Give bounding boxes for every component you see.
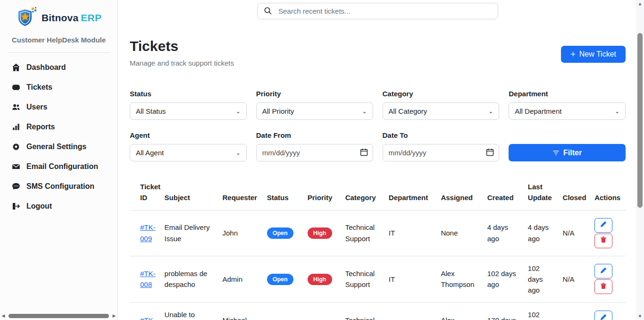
priority-select[interactable]: All Priority ⌄ — [256, 102, 373, 120]
sidebar-item-label: Email Configuration — [26, 162, 98, 171]
pencil-icon — [600, 219, 607, 230]
sidebar-item-email-configuration[interactable]: Email Configuration — [8, 157, 110, 177]
tickets-table-wrap: Ticket ID Subject Requester Status Prior… — [130, 177, 626, 320]
sidebar-divider — [8, 52, 110, 53]
table-header-row: Ticket ID Subject Requester Status Prior… — [130, 177, 626, 210]
edit-button[interactable] — [594, 264, 612, 278]
ticket-id-link[interactable]: #TK-009 — [140, 223, 156, 242]
header-department: Department — [385, 177, 437, 210]
status-select[interactable]: All Status ⌄ — [130, 102, 247, 120]
scroll-down-arrow-icon[interactable]: ▼ — [636, 312, 644, 320]
ticket-id-link[interactable]: #TK-007 — [140, 316, 156, 320]
delete-button[interactable] — [594, 279, 612, 294]
filter-button[interactable]: Filter — [509, 144, 626, 161]
sidebar-horizontal-scrollbar[interactable]: ◀ ▶ — [0, 312, 117, 319]
ticket-department: IT — [385, 303, 437, 320]
calendar-icon[interactable] — [486, 148, 494, 156]
ticket-last-update: 4 days ago — [524, 210, 559, 256]
sidebar-nav: Dashboard Tickets Users Reports — [8, 58, 110, 216]
horizontal-scroll-thumb[interactable] — [8, 314, 109, 318]
brand-name: Bitnova — [42, 12, 78, 23]
agent-select[interactable]: All Agent ⌄ — [130, 144, 247, 161]
vertical-scrollbar[interactable]: ▲ ▼ — [636, 0, 644, 320]
delete-button[interactable] — [594, 234, 612, 248]
header-subject: Subject — [161, 177, 219, 210]
logout-icon — [11, 202, 21, 211]
ticket-created: 4 days ago — [484, 210, 524, 256]
scroll-up-arrow-icon[interactable]: ▲ — [636, 0, 644, 8]
chat-icon — [11, 182, 21, 191]
chevron-down-icon: ⌄ — [615, 108, 619, 115]
status-filter-label: Status — [130, 90, 247, 98]
date-from-input[interactable] — [256, 144, 373, 161]
ticket-closed: N/A — [559, 256, 591, 303]
new-ticket-button[interactable]: + New Ticket — [561, 46, 626, 63]
category-filter-label: Category — [383, 90, 500, 98]
page-subtitle: Manage and track support tickets — [130, 59, 234, 67]
sidebar-item-tickets[interactable]: Tickets — [8, 77, 110, 97]
search-icon — [264, 7, 272, 15]
sidebar-item-label: Logout — [26, 202, 52, 211]
trash-icon — [600, 235, 607, 246]
brand-text: BitnovaERP — [42, 12, 101, 24]
app-window: BitnovaERP Customer HelpDesk Module Dash… — [0, 0, 644, 320]
ticket-closed: N/A — [559, 303, 591, 320]
sidebar-item-reports[interactable]: Reports — [8, 117, 110, 137]
ticket-created: 170 days ago — [484, 303, 524, 320]
category-select-value: All Category — [389, 107, 427, 115]
category-select[interactable]: All Category ⌄ — [383, 102, 500, 120]
ticket-category: Technical Support — [342, 303, 385, 320]
sidebar-item-dashboard[interactable]: Dashboard — [8, 58, 110, 77]
new-ticket-label: New Ticket — [579, 50, 616, 59]
department-select-value: All Department — [515, 107, 561, 115]
ticket-icon — [11, 83, 21, 92]
priority-badge: High — [308, 274, 332, 285]
sidebar-item-label: Reports — [26, 123, 55, 131]
filter-submit: Filter — [509, 131, 626, 161]
header-created: Created — [484, 177, 524, 210]
department-select[interactable]: All Department ⌄ — [509, 102, 626, 120]
chevron-down-icon: ⌄ — [236, 108, 241, 115]
ticket-row: #TK-009 Email Delivery Issue John Open H… — [130, 210, 626, 256]
sidebar-item-general-settings[interactable]: General Settings — [8, 137, 110, 157]
search-bar — [257, 3, 498, 19]
ticket-subject: Unable to access dashboard — [161, 303, 219, 320]
sidebar-item-users[interactable]: Users — [8, 97, 110, 117]
filter-agent: Agent All Agent ⌄ — [130, 131, 247, 161]
sidebar-item-label: Dashboard — [26, 63, 66, 72]
header-assigned: Assigned — [437, 177, 483, 210]
scroll-right-arrow-icon[interactable]: ▶ — [111, 312, 117, 319]
edit-button[interactable] — [594, 218, 612, 233]
search-input[interactable] — [257, 3, 498, 19]
ticket-assigned: Alex Thompson — [437, 256, 483, 303]
brand-suffix: ERP — [81, 12, 101, 23]
filters-panel: Status All Status ⌄ Priority All Priorit… — [130, 90, 626, 161]
sidebar-item-sms-configuration[interactable]: SMS Configuration — [8, 177, 110, 196]
shield-star-logo-icon — [16, 7, 38, 29]
ticket-last-update: 102 days ago — [524, 256, 559, 303]
scroll-left-arrow-icon[interactable]: ◀ — [0, 312, 7, 319]
date-to-input[interactable] — [383, 144, 500, 161]
vertical-scroll-thumb[interactable] — [637, 33, 643, 208]
ticket-created: 102 days ago — [484, 256, 524, 303]
ticket-category: Technical Support — [342, 210, 385, 256]
status-badge: Open — [267, 274, 293, 285]
filter-status: Status All Status ⌄ — [130, 90, 247, 120]
date-to-label: Date To — [383, 131, 500, 139]
ticket-requester: Michael Chen — [218, 303, 263, 320]
chevron-down-icon: ⌄ — [362, 108, 367, 115]
filter-date-to: Date To — [383, 131, 500, 161]
bar-chart-icon — [11, 122, 21, 132]
calendar-icon[interactable] — [360, 148, 368, 156]
header-ticket-id: Ticket ID — [130, 177, 161, 210]
page-title: Tickets — [130, 38, 234, 54]
page-header: Tickets Manage and track support tickets… — [130, 38, 626, 67]
tickets-table: Ticket ID Subject Requester Status Prior… — [130, 177, 626, 320]
edit-button[interactable] — [594, 311, 612, 320]
ticket-id-link[interactable]: #TK-008 — [140, 269, 156, 288]
gear-icon — [11, 142, 21, 152]
priority-filter-label: Priority — [256, 90, 373, 98]
header-closed: Closed — [559, 177, 591, 210]
sidebar-item-logout[interactable]: Logout — [8, 196, 110, 216]
brand-logo: BitnovaERP — [8, 7, 110, 29]
